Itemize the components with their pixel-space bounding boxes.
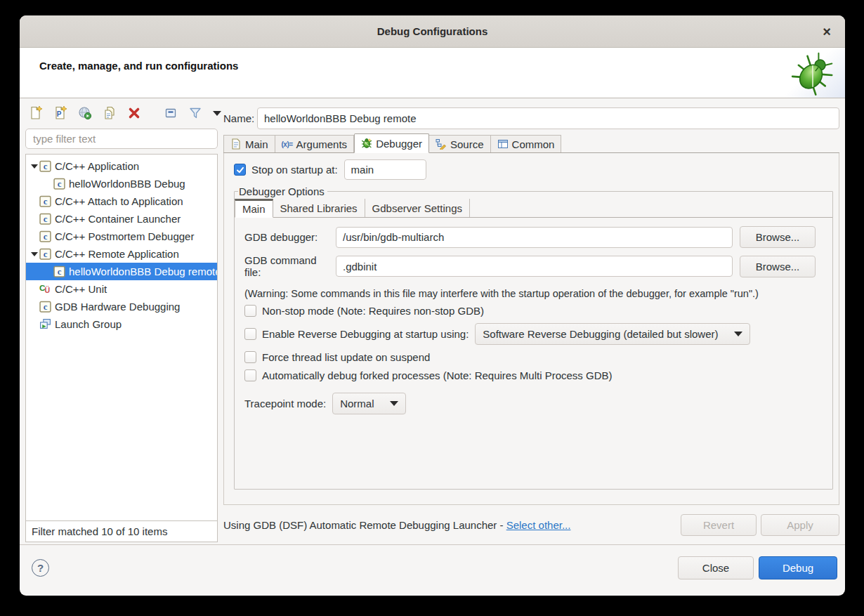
apply-button[interactable]: Apply [761, 514, 839, 536]
expander-icon[interactable] [30, 164, 39, 169]
tracepoint-mode-row: Tracepoint mode: Normal [244, 393, 832, 414]
svg-text:P: P [57, 110, 62, 118]
filter-icon [188, 106, 202, 120]
tree-item-label: GDB Hardware Debugging [55, 301, 180, 313]
gdb-command-file-row: GDB command file: Browse... [244, 254, 832, 278]
collapse-all-button[interactable] [164, 106, 178, 120]
tab-debugger[interactable]: Debugger [354, 133, 429, 153]
reverse-debugging-label: Enable Reverse Debugging at startup usin… [262, 328, 469, 340]
header-banner: Create, manage, and run configurations [20, 48, 845, 98]
debugger-options-body: GDB debugger: Browse... GDB command file… [235, 218, 832, 414]
tree-item-label: Launch Group [55, 318, 122, 330]
expander-icon[interactable] [30, 252, 39, 256]
auto-debug-forked-row: Automatically debug forked processes (No… [244, 369, 832, 381]
configuration-panel: Name: Main (x)= Arguments [223, 98, 839, 544]
tree-item-helloworld-debug-remote[interactable]: helloWorldonBBB Debug remote [26, 263, 217, 280]
c-application-icon [39, 160, 51, 172]
table-icon [497, 138, 509, 150]
gdb-debugger-input[interactable] [336, 227, 733, 248]
tab-debugger-main[interactable]: Main [235, 199, 273, 218]
c-unit-icon: C Ü [39, 283, 51, 295]
filter-match-status: Filter matched 10 of 10 items [26, 520, 217, 542]
tab-gdbserver-settings[interactable]: Gdbserver Settings [365, 199, 470, 217]
launch-group-icon [39, 318, 51, 330]
tab-main[interactable]: Main [223, 135, 275, 152]
tree-item-label: C/C++ Container Launcher [55, 213, 181, 225]
filter-button[interactable] [188, 106, 202, 120]
tree-item-cpp-attach[interactable]: C/C++ Attach to Application [26, 192, 217, 210]
filter-input[interactable] [25, 129, 218, 149]
tree-item-cpp-remote[interactable]: C/C++ Remote Application [26, 245, 217, 263]
export-configurations-icon [78, 106, 92, 120]
source-icon [436, 138, 447, 150]
tab-shared-libraries[interactable]: Shared Libraries [273, 199, 365, 217]
revert-button[interactable]: Revert [681, 514, 757, 536]
reverse-debugging-selected-value: Software Reverse Debugging (detailed but… [483, 328, 718, 340]
tree-item-launch-group[interactable]: Launch Group [26, 315, 217, 333]
title-bar[interactable]: Debug Configurations × [20, 15, 845, 48]
name-row: Name: [223, 107, 839, 129]
gdbinit-warning-text: (Warning: Some commands in this file may… [244, 288, 832, 299]
new-configuration-button[interactable] [29, 106, 43, 120]
question-mark-icon: ? [37, 562, 44, 574]
debug-button[interactable]: Debug [759, 556, 837, 579]
stop-on-startup-input[interactable] [344, 159, 426, 180]
c-application-icon [39, 213, 51, 225]
gdb-command-file-browse-button[interactable]: Browse... [740, 256, 816, 277]
tree-item-label: C/C++ Application [55, 160, 139, 172]
tree-item-label: C/C++ Unit [55, 283, 107, 295]
delete-button[interactable] [127, 106, 141, 120]
force-thread-list-checkbox[interactable] [244, 351, 256, 363]
tab-label: Debugger [376, 138, 422, 150]
duplicate-button[interactable] [103, 106, 117, 120]
document-icon [230, 138, 242, 150]
close-icon: × [823, 24, 831, 40]
reverse-debugging-select[interactable]: Software Reverse Debugging (detailed but… [475, 323, 750, 345]
tree-item-cpp-unit[interactable]: C Ü C/C++ Unit [26, 280, 217, 298]
tab-source[interactable]: Source [429, 135, 491, 152]
gdb-debugger-label: GDB debugger: [244, 231, 336, 243]
tab-common[interactable]: Common [491, 135, 562, 152]
c-application-icon [39, 248, 51, 260]
c-application-icon [53, 178, 65, 190]
tab-label: Main [242, 203, 266, 215]
tab-label: Source [450, 138, 484, 150]
tracepoint-mode-select[interactable]: Normal [332, 393, 405, 414]
name-input[interactable] [257, 107, 839, 129]
tree-item-cpp-container[interactable]: C/C++ Container Launcher [26, 210, 217, 228]
tree-item-gdb-hardware[interactable]: GDB Hardware Debugging [26, 298, 217, 315]
reverse-debugging-row: Enable Reverse Debugging at startup usin… [244, 323, 832, 345]
tree-item-cpp-application[interactable]: C/C++ Application [26, 157, 217, 175]
stop-on-startup-checkbox[interactable] [234, 164, 246, 176]
launcher-status-label: Using GDB (DSF) Automatic Remote Debuggi… [223, 519, 506, 531]
debugger-options-group: Debugger Options Main Shared Libraries G… [234, 185, 833, 490]
auto-debug-forked-label: Automatically debug forked processes (No… [262, 369, 613, 381]
delete-icon [127, 106, 141, 120]
auto-debug-forked-checkbox[interactable] [244, 369, 256, 381]
sidebar-toolbar: P [25, 104, 218, 122]
window-close-button[interactable]: × [818, 23, 835, 40]
new-prototype-icon: P [53, 106, 67, 120]
help-button[interactable]: ? [32, 559, 49, 577]
bug-banner-icon [789, 51, 837, 96]
reverse-debugging-checkbox[interactable] [244, 328, 256, 340]
gdb-command-file-input[interactable] [336, 256, 733, 277]
new-prototype-button[interactable]: P [53, 106, 67, 120]
select-other-link[interactable]: Select other... [506, 519, 571, 531]
tree-item-helloworld-debug[interactable]: helloWorldonBBB Debug [26, 175, 217, 192]
tab-label: Main [245, 138, 268, 150]
non-stop-mode-checkbox[interactable] [244, 305, 256, 317]
tree-item-cpp-postmortem[interactable]: C/C++ Postmortem Debugger [26, 228, 217, 245]
tab-arguments[interactable]: (x)= Arguments [275, 135, 355, 152]
tree-item-label: helloWorldonBBB Debug [69, 178, 185, 190]
tracepoint-mode-label: Tracepoint mode: [244, 398, 326, 409]
gdb-debugger-browse-button[interactable]: Browse... [740, 226, 816, 248]
chevron-down-icon [213, 111, 221, 116]
view-menu-button[interactable] [213, 106, 221, 120]
export-configurations-button[interactable] [78, 106, 92, 120]
stop-on-startup-row: Stop on startup at: [234, 159, 839, 180]
tab-label: Arguments [296, 138, 348, 150]
debug-configurations-dialog: Debug Configurations × Create, manage, a… [20, 15, 845, 596]
tab-label: Gdbserver Settings [372, 202, 462, 214]
close-button[interactable]: Close [678, 556, 754, 579]
